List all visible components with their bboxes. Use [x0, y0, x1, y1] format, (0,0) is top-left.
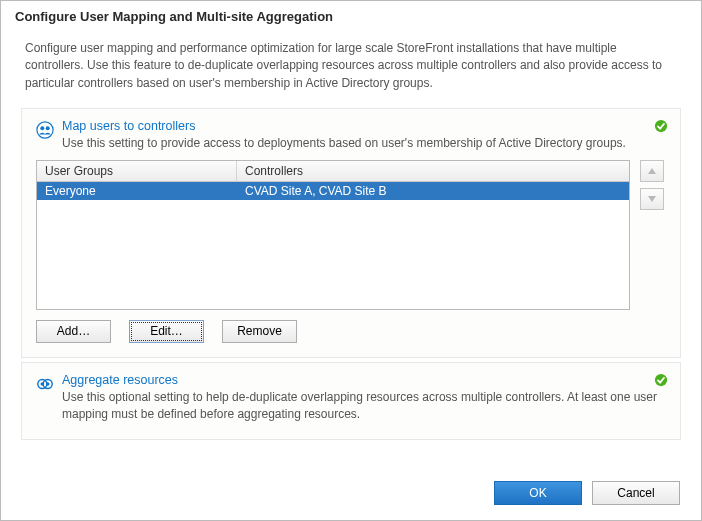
- mapping-table[interactable]: User Groups Controllers Everyone CVAD Si…: [36, 160, 630, 310]
- svg-point-1: [37, 122, 53, 138]
- table-row[interactable]: Everyone CVAD Site A, CVAD Site B: [37, 182, 629, 200]
- map-users-desc: Use this setting to provide access to de…: [62, 135, 664, 152]
- remove-button[interactable]: Remove: [222, 320, 297, 343]
- aggregate-icon: [36, 375, 54, 393]
- ok-button[interactable]: OK: [494, 481, 582, 505]
- add-button[interactable]: Add…: [36, 320, 111, 343]
- cell-group: Everyone: [37, 182, 237, 200]
- map-users-link[interactable]: Map users to controllers: [62, 119, 195, 133]
- col-user-groups[interactable]: User Groups: [37, 161, 237, 182]
- svg-point-0: [655, 120, 667, 132]
- users-icon: [36, 121, 54, 139]
- window-title: Configure User Mapping and Multi-site Ag…: [1, 1, 701, 30]
- aggregate-link[interactable]: Aggregate resources: [62, 373, 178, 387]
- move-down-button[interactable]: [640, 188, 664, 210]
- col-controllers[interactable]: Controllers: [237, 161, 629, 182]
- aggregate-section: Aggregate resources Use this optional se…: [21, 362, 681, 440]
- status-ok-icon: [654, 119, 668, 133]
- cell-controllers: CVAD Site A, CVAD Site B: [237, 182, 629, 200]
- svg-point-2: [40, 126, 44, 130]
- intro-description: Configure user mapping and performance o…: [1, 30, 701, 96]
- svg-point-4: [655, 374, 667, 386]
- edit-button[interactable]: Edit…: [129, 320, 204, 343]
- svg-point-3: [46, 126, 50, 130]
- cancel-button[interactable]: Cancel: [592, 481, 680, 505]
- status-ok-icon: [654, 373, 668, 387]
- map-users-section: Map users to controllers Use this settin…: [21, 108, 681, 358]
- svg-point-8: [46, 382, 50, 386]
- move-up-button[interactable]: [640, 160, 664, 182]
- aggregate-desc: Use this optional setting to help de-dup…: [62, 389, 664, 423]
- svg-point-7: [41, 382, 45, 386]
